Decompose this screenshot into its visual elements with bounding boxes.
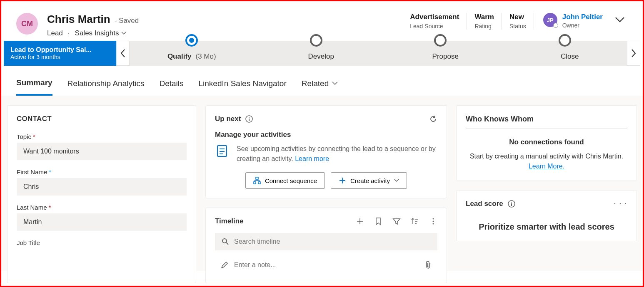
record-header: CM Chris Martin - Saved Lead · Sales Ins… — [1, 1, 643, 41]
svg-rect-16 — [511, 203, 512, 206]
tab-label: Related — [302, 79, 329, 88]
timeline-title: Timeline — [215, 217, 244, 225]
leadscore-tagline: Prioritize smarter with lead scores — [466, 222, 627, 232]
topic-input[interactable] — [17, 143, 187, 160]
header-field-rating[interactable]: Warm Rating — [467, 13, 502, 30]
chevron-down-icon — [121, 31, 126, 36]
svg-rect-2 — [249, 119, 250, 121]
manage-activities-title: Manage your activities — [215, 131, 437, 139]
timeline-bookmark-button[interactable] — [374, 217, 382, 225]
timeline-filter-button[interactable] — [392, 217, 401, 225]
wkw-empty-text: Start by creating a manual activity with… — [466, 151, 627, 171]
timeline-card: Timeline — [205, 208, 447, 283]
search-icon — [222, 238, 229, 245]
chevron-down-icon — [332, 82, 338, 86]
plus-icon — [356, 217, 364, 225]
timeline-search-input[interactable] — [234, 238, 431, 245]
chevron-down-icon — [615, 17, 624, 22]
svg-rect-9 — [258, 182, 260, 184]
button-label: Create activity — [350, 177, 390, 184]
lead-score-card: Lead score · · · Prioritize smarter with… — [456, 190, 637, 241]
more-vertical-icon — [429, 217, 437, 225]
connect-sequence-button[interactable]: Connect sequence — [245, 172, 325, 189]
header-field-label: Lead Source — [410, 23, 459, 30]
who-knows-whom-card: Who Knows Whom No connections found Star… — [456, 105, 637, 181]
create-activity-button[interactable]: Create activity — [331, 172, 407, 189]
presence-icon — [553, 23, 558, 28]
chevron-left-icon — [120, 49, 125, 57]
sitemap-icon — [253, 177, 261, 184]
timeline-add-button[interactable] — [356, 217, 364, 225]
owner-block[interactable]: JP John Peltier Owner — [534, 13, 603, 29]
svg-point-11 — [433, 221, 434, 222]
stage-propose[interactable]: Propose — [378, 41, 503, 66]
svg-point-10 — [433, 218, 434, 220]
info-icon[interactable] — [507, 200, 516, 208]
header-field-label: Status — [509, 23, 526, 30]
middle-column: Up next Manage your activities See upcom… — [205, 105, 447, 283]
learn-more-link[interactable]: Learn more — [295, 155, 329, 162]
timeline-more-button[interactable] — [429, 217, 437, 225]
svg-point-1 — [249, 117, 250, 118]
stage-develop[interactable]: Develop — [254, 41, 379, 66]
stage-qualify[interactable]: Qualify (3 Mo) — [130, 41, 254, 66]
timeline-note[interactable] — [215, 256, 437, 274]
record-name: Chris Martin — [47, 13, 110, 26]
tab-details[interactable]: Details — [159, 76, 183, 95]
stage-indicator-icon — [559, 34, 571, 47]
stage-indicator-icon — [310, 34, 322, 47]
tab-related[interactable]: Related — [302, 76, 338, 95]
clipboard-icon — [215, 144, 229, 158]
section-title: CONTACT — [17, 115, 187, 123]
form-tabs: Summary Relationship Analytics Details L… — [1, 66, 643, 96]
wkw-empty-title: No connections found — [466, 138, 627, 146]
filter-icon — [392, 217, 401, 225]
learn-more-link[interactable]: Learn More. — [529, 163, 564, 170]
right-column: Who Knows Whom No connections found Star… — [456, 105, 637, 283]
firstname-label: First Name* — [17, 168, 187, 176]
manage-activities-text: See upcoming activities by connecting th… — [237, 144, 437, 164]
header-field-label: Rating — [474, 23, 494, 30]
stage-name: Close — [561, 46, 579, 61]
process-name-block[interactable]: Lead to Opportunity Sal... Active for 3 … — [4, 41, 116, 66]
pencil-icon — [221, 261, 228, 269]
header-expand-button[interactable] — [615, 13, 624, 23]
form-name: Sales Insights — [75, 29, 119, 37]
button-label: Connect sequence — [265, 177, 317, 184]
header-field-status[interactable]: New Status — [502, 13, 534, 30]
header-fields: Advertisement Lead Source Warm Rating Ne… — [402, 13, 628, 30]
owner-initials: JP — [547, 17, 554, 23]
timeline-search[interactable] — [215, 233, 437, 250]
leadscore-title: Lead score — [466, 200, 503, 208]
timeline-sort-button[interactable] — [411, 217, 419, 225]
tab-relationship-analytics[interactable]: Relationship Analytics — [67, 76, 145, 95]
stage-name: Propose — [432, 46, 459, 61]
form-body: CONTACT Topic* First Name* Last Name* Jo… — [1, 96, 643, 271]
svg-rect-7 — [256, 177, 258, 179]
header-field-leadsource[interactable]: Advertisement Lead Source — [402, 13, 467, 30]
stage-indicator-icon — [434, 34, 447, 47]
timeline-note-input[interactable] — [234, 261, 419, 269]
business-process-flow: Lead to Opportunity Sal... Active for 3 … — [4, 41, 640, 66]
svg-point-12 — [433, 223, 434, 225]
process-name: Lead to Opportunity Sal... — [10, 46, 110, 54]
contact-section: CONTACT Topic* First Name* Last Name* Jo… — [7, 105, 196, 283]
svg-point-13 — [222, 239, 227, 243]
paperclip-icon[interactable] — [425, 261, 432, 269]
owner-name: John Peltier — [562, 13, 603, 21]
stage-close[interactable]: Close — [503, 41, 627, 66]
wkw-title: Who Knows Whom — [466, 115, 627, 129]
process-next-button[interactable] — [627, 41, 640, 66]
process-prev-button[interactable] — [116, 41, 130, 66]
lastname-input[interactable] — [17, 213, 187, 231]
up-next-card: Up next Manage your activities See upcom… — [205, 105, 447, 198]
firstname-input[interactable] — [17, 178, 187, 195]
stage-indicator-icon — [185, 34, 198, 47]
more-button[interactable]: · · · — [614, 200, 627, 208]
tab-linkedin[interactable]: LinkedIn Sales Navigator — [199, 76, 287, 95]
form-selector[interactable]: Sales Insights — [75, 29, 127, 37]
refresh-icon[interactable] — [429, 115, 437, 123]
info-icon[interactable] — [245, 115, 253, 123]
tab-summary[interactable]: Summary — [16, 75, 52, 96]
lock-icon — [551, 50, 557, 57]
